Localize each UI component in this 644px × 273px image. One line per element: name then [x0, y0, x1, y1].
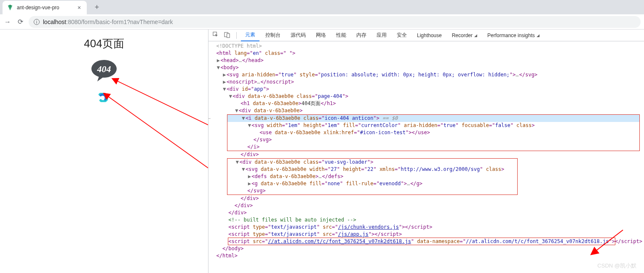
tab-network[interactable]: 网络	[312, 30, 330, 41]
tab-memory[interactable]: 内存	[352, 30, 371, 41]
tab-sources[interactable]: 源代码	[286, 30, 310, 41]
watermark: CSDN @凯小默	[597, 262, 636, 270]
inspect-icon[interactable]	[211, 32, 221, 39]
device-toggle-icon[interactable]	[222, 32, 232, 39]
url-text: localhost:8080/form/basic-form1?navTheme…	[43, 19, 173, 25]
doctype-node: <!DOCTYPE html>	[216, 43, 262, 49]
tab-recorder[interactable]: Recorder ◢	[448, 30, 481, 41]
page-content: 404页面 404	[0, 30, 208, 273]
icon-404: 404	[91, 59, 118, 84]
svg-line-3	[108, 96, 208, 168]
tab-lighthouse[interactable]: Lighthouse	[413, 30, 446, 41]
tab-title: ant-design-vue-pro	[17, 5, 72, 11]
site-info-icon[interactable]: i	[34, 19, 40, 25]
devtools-panel: 元素 控制台 源代码 网络 性能 内存 应用 安全 Lighthouse Rec…	[208, 30, 644, 273]
nav-forward-icon[interactable]: →	[3, 18, 12, 26]
browser-tab[interactable]: ant-design-vue-pro ×	[3, 1, 87, 14]
tab-perf-insights[interactable]: Performance insights ◢	[483, 30, 544, 41]
svg-rect-6	[227, 33, 230, 37]
tab-bar: ant-design-vue-pro × +	[0, 0, 644, 14]
comment-node: <!-- built files will be auto injected -…	[228, 217, 356, 223]
tab-close-icon[interactable]: ×	[76, 4, 83, 11]
tab-console[interactable]: 控制台	[261, 30, 285, 41]
tab-favicon	[7, 4, 13, 11]
new-tab-button[interactable]: +	[91, 3, 103, 12]
devtools-tabs: 元素 控制台 源代码 网络 性能 内存 应用 安全 Lighthouse Rec…	[208, 30, 644, 41]
preview-badge-icon: ◢	[474, 33, 477, 38]
tab-application[interactable]: 应用	[372, 30, 391, 41]
tab-performance[interactable]: 性能	[332, 30, 350, 41]
preview-badge-icon: ◢	[537, 33, 540, 38]
tab-elements[interactable]: 元素	[241, 30, 259, 41]
page-title: 404页面	[0, 36, 208, 51]
nav-bar: → ⟳ i localhost:8080/form/basic-form1?na…	[0, 14, 644, 30]
elements-tree[interactable]: <!DOCTYPE html> <html lang="en" class=" …	[208, 41, 644, 273]
url-bar[interactable]: i localhost:8080/form/basic-form1?navThe…	[29, 16, 641, 28]
vue-svg-loader-icon	[0, 93, 208, 103]
svg-text:404: 404	[96, 64, 111, 74]
tab-security[interactable]: 安全	[393, 30, 411, 41]
nav-reload-icon[interactable]: ⟳	[16, 18, 24, 26]
